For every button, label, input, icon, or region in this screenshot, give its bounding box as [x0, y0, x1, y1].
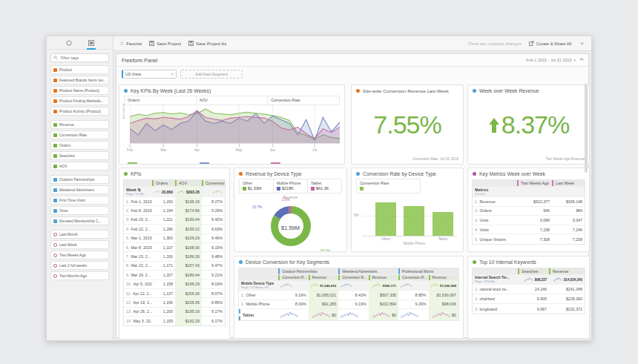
bar[interactable]	[375, 202, 396, 236]
pager-label[interactable]: 1-5 of 5	[475, 192, 485, 196]
close-icon[interactable]: ×	[579, 40, 585, 47]
segment-group-header[interactable]: Professional Moms	[398, 268, 458, 274]
legend-item[interactable]: Conversion Rate	[267, 96, 339, 105]
sidebar-item-product-activity-product[interactable]: Product Activity (Product)	[50, 107, 109, 116]
table-row[interactable]: 7.Mar 15, 2...1,200$186.399.48%	[124, 252, 225, 261]
sidebar-item-two-months-ago[interactable]: Two Months Ago	[50, 271, 109, 280]
table-row[interactable]: 6.Mar 8, 20151,107$168.309.19%	[124, 243, 225, 252]
sidebar-item-outdoor-partnerships[interactable]: Outdoor Partnerships	[50, 175, 109, 184]
legend-item[interactable]: Orders	[124, 96, 196, 105]
sidebar-item-product-name-product[interactable]: Product Name (Product)	[50, 86, 109, 95]
table-row[interactable]: 14.May 3, 20...1,159$192.299.17%	[124, 317, 225, 325]
save-project-as-button[interactable]: Save Project As	[188, 41, 226, 46]
legend-item[interactable]: AOV	[196, 96, 268, 105]
column-header[interactable]: Revenue	[369, 275, 398, 280]
total-cell: 898,237	[518, 275, 549, 284]
sidebar-item-last-week[interactable]: Last Week	[50, 240, 109, 249]
save-project-button[interactable]: Save Project	[149, 41, 181, 46]
curate-share-button[interactable]: Curate & Share All	[529, 41, 572, 46]
widget-dot-icon	[239, 260, 243, 264]
column-header[interactable]: Orders	[152, 180, 175, 186]
table-row[interactable]: 2.Orders946984	[473, 207, 585, 216]
table-row[interactable]: 8.Mar 22, 2...1,171$207.439.47%	[124, 262, 225, 271]
column-header[interactable]: Revenue	[309, 275, 338, 280]
sidebar-item-orders[interactable]: Orders	[50, 141, 109, 150]
sidebar-item-last-month[interactable]: Last Month	[50, 230, 109, 239]
add-segment-dropzone[interactable]: Add New Segment	[180, 70, 243, 79]
trend-cell	[398, 309, 428, 320]
segment-group-header[interactable]: Weekend Advertisers	[338, 268, 398, 274]
table-row[interactable]: 4.Visits7,2387,246	[473, 225, 585, 235]
vertical-scrollbar[interactable]	[585, 84, 588, 173]
desktop-background: ProductFeatured Brands Items (ev...Produ…	[0, 0, 638, 364]
settings-icon[interactable]	[64, 38, 74, 48]
segment-group-header[interactable]: Outdoor Partnerships	[278, 268, 338, 274]
table-row[interactable]: 2.Feb 8, 20151,194$174.969.29%	[124, 206, 225, 215]
bar[interactable]	[404, 206, 424, 236]
table-row[interactable]: 2.Mobile Phone8.09%$91,2839.19%$102,8949…	[239, 300, 458, 310]
table-row[interactable]: 9.Mar 29, 2...1,207$180.449.21%	[124, 271, 225, 279]
pager-label[interactable]: Page: 1/1 Ro...	[126, 192, 147, 196]
sidebar-item-conversion-rate[interactable]: Conversion Rate	[50, 130, 109, 139]
table-row[interactable]: 12.Apr 19, 2...1,196$209.358.89%	[124, 298, 225, 307]
column-header[interactable]: Last Week	[552, 180, 585, 186]
trend-row[interactable]: Tablet$0$0$0	[239, 309, 458, 320]
sidebar-item-devoted-membership-c[interactable]: Devoted Membership C...	[50, 216, 109, 225]
legend-item[interactable]: Tablet$41.3K	[307, 179, 341, 193]
row-dimension-cell: Week ⇅Page: 1/1 Ro...	[124, 187, 152, 196]
segment-chip-us-visits[interactable]: US Visits ×	[122, 70, 177, 79]
table-row[interactable]: 11.Apr 12, 2...1,137$206.368.07%	[124, 289, 225, 298]
table-row[interactable]: 3.Units3,0963,047	[473, 216, 585, 225]
table-row[interactable]: 1.Feb 1, 20151,150$196.158.27%	[124, 197, 225, 206]
table-row[interactable]: 4.Feb 22, 2...1,296$199.129.63%	[124, 225, 225, 234]
column-header[interactable]: Revenue	[549, 268, 585, 274]
components-grid-icon[interactable]	[86, 38, 96, 48]
column-header[interactable]: Conversion R...	[338, 275, 368, 280]
sidebar-item-two-weeks-ago[interactable]: Two Weeks Ago	[50, 251, 109, 259]
column-header[interactable]: Conversion R...	[398, 275, 428, 280]
bar[interactable]	[433, 212, 453, 236]
table-corner-cell	[124, 180, 152, 186]
sidebar-item-first-time-visits[interactable]: First Time Visits	[50, 196, 109, 205]
column-header[interactable]: Conversion R...	[278, 275, 308, 280]
table-row[interactable]: 1.Other9.19%$1,095,0218.43%$507,3358.85%…	[239, 291, 458, 300]
table-row[interactable]: 5.Unique Visitors7,3087,208	[473, 234, 585, 244]
column-header[interactable]: Revenue	[429, 275, 458, 280]
sidebar-item-product[interactable]: Product	[50, 65, 109, 74]
date-range-selector[interactable]: Feb 1 2015 - Jul 31 2015 ▾	[526, 58, 576, 62]
pager-label[interactable]: Page: 1/1 Rows: 50	[241, 285, 269, 289]
table-row[interactable]: 1.natural wool tw...24,246$241,348	[473, 285, 585, 294]
remove-segment-icon[interactable]: ×	[171, 72, 174, 76]
sidebar-item-product-finding-methods[interactable]: Product Finding Methods...	[50, 96, 109, 105]
sidebar-item-tests[interactable]: Tests	[50, 206, 109, 215]
table-row[interactable]: 3.longboard9,997$232,371	[473, 304, 585, 314]
search-input[interactable]	[59, 55, 106, 61]
arrow-up-icon	[488, 117, 500, 133]
column-header[interactable]: Two Weeks Ago	[517, 180, 552, 186]
pager-label[interactable]: Page: 1/10 Ro...	[475, 279, 497, 283]
table-row[interactable]: 3.Feb 15, 2...1,221$190.449.42%	[124, 216, 225, 225]
segment-bar: US Visits × Add New Segment	[116, 67, 588, 81]
column-header[interactable]: AOV	[175, 180, 202, 186]
sidebar-item-searches[interactable]: Searches	[50, 151, 109, 160]
component-search[interactable]	[50, 53, 109, 62]
widget-top-internal-keywords: Top 10 Internal Keywords SearchesRevenue…	[467, 256, 590, 339]
table-row[interactable]: 10.Apr 5, 20151,158$196.298.03%	[124, 280, 225, 289]
legend-item[interactable]: Mobile Phone$218K	[273, 179, 307, 193]
legend-item[interactable]: Conversion Rate	[356, 179, 420, 193]
sidebar-item-weekend-advertisers[interactable]: Weekend Advertisers	[50, 185, 109, 194]
column-header[interactable]: Searches	[518, 268, 549, 274]
sidebar-item-aov[interactable]: AOV	[50, 162, 109, 171]
table-row[interactable]: 2.chairbed9,905$228,390	[473, 294, 585, 304]
sidebar-item-featured-brands-items-ev[interactable]: Featured Brands Items (ev...	[50, 76, 109, 85]
collapse-panel-icon[interactable]	[579, 58, 584, 62]
legend-item[interactable]: Other$1.33M	[239, 179, 273, 193]
table-row[interactable]: 1.Revenue$310,377$336,148	[473, 197, 585, 207]
table-row[interactable]: 5.Mar 1, 20151,300$109.299.49%	[124, 234, 225, 243]
column-header[interactable]: Conversion...	[202, 180, 225, 186]
sidebar-item-last-2-full-weeks[interactable]: Last 2 full weeks	[50, 261, 109, 270]
table-row[interactable]: 13.Apr 26, 2...1,200$195.169.17%	[124, 308, 225, 317]
value-cell: 8.43%	[338, 291, 368, 300]
favorite-button[interactable]: ☆ Favorite	[119, 41, 142, 46]
sidebar-item-revenue[interactable]: Revenue	[50, 120, 109, 129]
